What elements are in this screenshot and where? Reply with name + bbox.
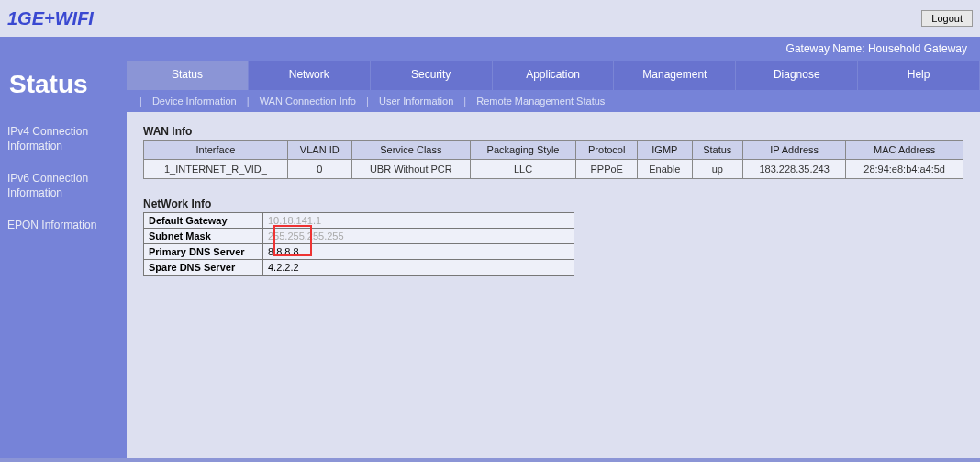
td-interface: 1_INTERNET_R_VID_ (144, 160, 288, 179)
td-igmp: Enable (638, 160, 692, 179)
subnet-mask-label: Subnet Mask (144, 229, 263, 244)
subtab-wan-conn[interactable]: WAN Connection Info (256, 96, 360, 107)
tab-diagnose[interactable]: Diagnose (736, 61, 858, 90)
th-status: Status (692, 141, 742, 160)
td-packaging: LLC (470, 160, 575, 179)
th-packaging: Packaging Style (470, 141, 575, 160)
td-status: up (692, 160, 742, 179)
tab-management[interactable]: Management (614, 61, 736, 90)
td-protocol: PPPoE (576, 160, 638, 179)
default-gateway-value: 10.18.141.1 (263, 213, 574, 229)
content-area: Status Network Security Application Mana… (127, 61, 980, 458)
table-header-row: Interface VLAN ID Service Class Packagin… (144, 141, 963, 160)
th-vlan: VLAN ID (287, 141, 351, 160)
network-info-title: NetWork Info (143, 197, 963, 210)
th-igmp: IGMP (638, 141, 692, 160)
th-protocol: Protocol (576, 141, 638, 160)
tab-security[interactable]: Security (371, 61, 493, 90)
tab-status[interactable]: Status (127, 61, 249, 90)
primary-dns-value: 8.8.8.8 (263, 244, 574, 260)
subnet-mask-value: 255.255.255.255 (263, 229, 574, 244)
th-ip: IP Address (742, 141, 845, 160)
gateway-name-bar: Gateway Name: Household Gateway (0, 37, 980, 61)
td-ip: 183.228.35.243 (742, 160, 845, 179)
primary-dns-label: Primary DNS Server (144, 244, 263, 260)
subtab-row: | Device Information | WAN Connection In… (127, 90, 980, 112)
top-bar: 1GE+WIFI Logout (0, 0, 980, 37)
table-row: 1_INTERNET_R_VID_ 0 UBR Without PCR LLC … (144, 160, 963, 179)
td-mac: 28:94:e8:b4:a4:5d (846, 160, 963, 179)
content-body: WAN Info Interface VLAN ID Service Class… (127, 112, 980, 458)
network-table: Default Gateway 10.18.141.1 Subnet Mask … (143, 212, 574, 276)
logout-button[interactable]: Logout (921, 10, 973, 27)
tab-row: Status Network Security Application Mana… (127, 61, 980, 90)
logo: 1GE+WIFI (7, 8, 94, 29)
subtab-remote-mgmt[interactable]: Remote Management Status (473, 96, 608, 107)
tab-application[interactable]: Application (493, 61, 615, 90)
sidebar: Status IPv4 Connection Information IPv6 … (0, 61, 127, 458)
sidebar-item-ipv6[interactable]: IPv6 Connection Information (0, 163, 127, 209)
sidebar-item-epon[interactable]: EPON Information (0, 209, 127, 242)
tab-network[interactable]: Network (249, 61, 371, 90)
td-vlan: 0 (287, 160, 351, 179)
tab-help[interactable]: Help (858, 61, 980, 90)
default-gateway-label: Default Gateway (144, 213, 263, 229)
th-mac: MAC Address (846, 141, 963, 160)
spare-dns-label: Spare DNS Server (144, 260, 263, 276)
th-interface: Interface (144, 141, 288, 160)
td-service: UBR Without PCR (351, 160, 470, 179)
wan-table: Interface VLAN ID Service Class Packagin… (143, 140, 963, 179)
th-service: Service Class (351, 141, 470, 160)
sidebar-item-ipv4[interactable]: IPv4 Connection Information (0, 116, 127, 163)
sidebar-title: Status (0, 61, 127, 116)
wan-info-title: WAN Info (143, 125, 963, 138)
spare-dns-value: 4.2.2.2 (263, 260, 574, 276)
subtab-device-info[interactable]: Device Information (149, 96, 240, 107)
subtab-user-info[interactable]: User Information (375, 96, 457, 107)
